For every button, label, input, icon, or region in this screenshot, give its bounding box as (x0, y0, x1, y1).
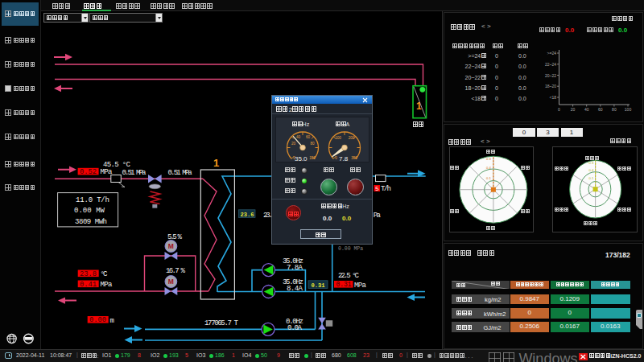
svg-text:0.4: 0.4 (589, 168, 594, 172)
svg-text:5.5 %: 5.5 % (167, 233, 183, 241)
svg-text:45.5 °C: 45.5 °C (103, 161, 131, 169)
svg-text:8.4A: 8.4A (287, 285, 303, 293)
svg-text:7.8A: 7.8A (287, 264, 303, 272)
svg-text:18~20: 18~20 (545, 84, 556, 88)
svg-text:177065.7 T: 177065.7 T (204, 319, 239, 327)
svg-text:0.1: 0.1 (589, 176, 594, 180)
svg-text:22~24: 22~24 (545, 62, 556, 67)
svg-text:0.31: 0.31 (312, 282, 325, 289)
svg-text:0: 0 (335, 156, 337, 160)
svg-text:60: 60 (306, 135, 311, 139)
svg-text:0: 0 (558, 107, 560, 112)
svg-text:MPa: MPa (101, 168, 114, 176)
svg-text:40: 40 (296, 135, 301, 139)
svg-text:3809 MWh: 3809 MWh (75, 218, 107, 226)
svg-text:300: 300 (351, 156, 357, 160)
svg-text:100: 100 (625, 107, 632, 112)
svg-text:M: M (168, 278, 174, 286)
svg-text:22.5 °C: 22.5 °C (338, 272, 360, 280)
svg-text:<18: <18 (550, 95, 557, 100)
svg-text:1: 1 (416, 101, 422, 112)
svg-text:20: 20 (571, 107, 576, 112)
svg-text:1: 1 (213, 157, 219, 169)
svg-text:23.8: 23.8 (80, 270, 97, 278)
svg-text:M: M (168, 242, 174, 250)
svg-text:0.1: 0.1 (486, 176, 491, 180)
svg-text:0.52: 0.52 (80, 168, 97, 176)
svg-text:°C: °C (101, 270, 109, 278)
svg-text:100: 100 (335, 136, 341, 140)
svg-text:0.51 MPa: 0.51 MPa (168, 169, 193, 177)
svg-text:0.4: 0.4 (486, 166, 491, 170)
svg-text:0.51 MPa: 0.51 MPa (122, 169, 147, 177)
svg-text:100: 100 (309, 156, 316, 160)
svg-text:0.3: 0.3 (486, 157, 491, 161)
svg-text:0.31: 0.31 (336, 281, 352, 289)
svg-text:60: 60 (598, 107, 603, 112)
svg-text:20~22: 20~22 (545, 73, 556, 78)
svg-text:16.7 %: 16.7 % (166, 267, 186, 275)
svg-text:5: 5 (375, 185, 379, 192)
svg-text:Pa: Pa (374, 212, 382, 220)
svg-text:T/h: T/h (381, 185, 391, 193)
svg-text:0.00: 0.00 (89, 316, 106, 324)
svg-text:0.0A: 0.0A (287, 324, 303, 332)
svg-text:MPa: MPa (354, 282, 367, 290)
svg-text:20: 20 (291, 142, 296, 146)
svg-text:m: m (110, 317, 114, 325)
svg-text:200: 200 (349, 136, 355, 140)
svg-text:11.0 T/h: 11.0 T/h (76, 196, 109, 204)
svg-text:40: 40 (584, 107, 589, 112)
svg-text:0.3: 0.3 (589, 161, 594, 165)
svg-text:23.6: 23.6 (241, 211, 254, 218)
svg-text:0.41: 0.41 (80, 281, 97, 289)
svg-text:0.00 MW: 0.00 MW (74, 207, 105, 215)
svg-text:0.00 MPa: 0.00 MPa (338, 245, 363, 252)
svg-text:80: 80 (310, 142, 315, 146)
svg-text:MPa: MPa (101, 281, 114, 289)
svg-text:>=24: >=24 (547, 51, 557, 56)
svg-text:80: 80 (612, 107, 617, 112)
